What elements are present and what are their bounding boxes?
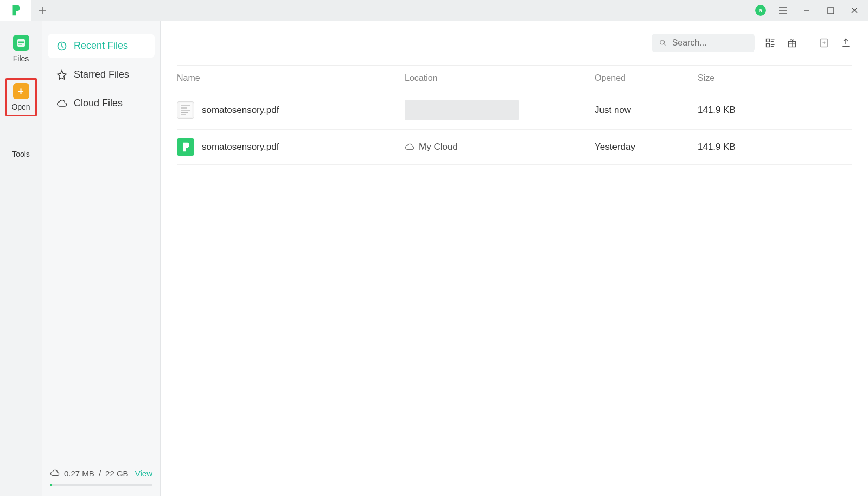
sidebar-item-label: Starred Files xyxy=(74,69,129,80)
file-size: 141.9 KB xyxy=(698,105,852,116)
svg-rect-12 xyxy=(181,105,190,106)
gift-icon xyxy=(787,37,797,48)
file-name: somatosensory.pdf xyxy=(202,142,279,152)
hamburger-menu-button[interactable] xyxy=(776,3,790,17)
storage-sep: / xyxy=(99,469,101,478)
file-location: My Cloud xyxy=(405,142,595,152)
storage-footer: 0.27 MB / 22 GB View xyxy=(42,468,160,486)
view-list-button[interactable] xyxy=(764,37,776,49)
storage-total: 22 GB xyxy=(105,469,129,478)
left-rail: Files + Open Tools xyxy=(0,21,42,496)
svg-rect-14 xyxy=(181,110,190,111)
cloud-pdf-icon xyxy=(177,138,194,156)
new-file-button[interactable] xyxy=(818,37,830,49)
header-location[interactable]: Location xyxy=(405,73,595,83)
titlebar-left xyxy=(0,0,53,21)
search-icon xyxy=(659,39,667,47)
cloud-icon xyxy=(405,142,414,152)
storage-fill xyxy=(50,484,52,486)
clock-icon xyxy=(56,41,67,52)
content: Name Location Opened Size somatosensory.… xyxy=(161,21,868,496)
open-icon: + xyxy=(13,83,29,99)
titlebar: a xyxy=(0,0,868,21)
new-tab-button[interactable] xyxy=(31,0,53,21)
cloud-icon xyxy=(50,468,60,478)
user-avatar[interactable]: a xyxy=(755,5,766,16)
svg-rect-7 xyxy=(767,39,770,42)
svg-rect-0 xyxy=(828,8,834,14)
star-icon xyxy=(56,69,67,80)
sidebar-item-starred[interactable]: Starred Files xyxy=(48,62,155,87)
files-icon xyxy=(13,35,29,51)
close-icon xyxy=(851,7,858,14)
search-input[interactable] xyxy=(672,38,747,48)
location-text: My Cloud xyxy=(419,142,458,152)
app-logo-icon xyxy=(10,4,22,16)
svg-rect-13 xyxy=(181,107,187,109)
titlebar-right: a xyxy=(755,3,868,17)
tools-icon xyxy=(14,131,29,147)
main-layout: Files + Open Tools Recent Files Starred … xyxy=(0,21,868,496)
file-name: somatosensory.pdf xyxy=(202,105,279,116)
pdf-file-icon xyxy=(177,101,194,119)
maximize-icon xyxy=(827,7,834,14)
rail-tools-label: Tools xyxy=(12,150,30,158)
maximize-button[interactable] xyxy=(824,3,838,17)
file-table: Name Location Opened Size somatosensory.… xyxy=(161,65,868,165)
plus-icon xyxy=(38,6,47,15)
rail-open-label: Open xyxy=(11,103,30,111)
rail-files-label: Files xyxy=(13,54,29,63)
svg-rect-15 xyxy=(181,112,188,113)
file-size: 141.9 KB xyxy=(698,142,852,152)
upload-button[interactable] xyxy=(840,37,852,49)
table-header: Name Location Opened Size xyxy=(177,65,852,91)
file-opened: Just now xyxy=(595,105,698,116)
svg-rect-3 xyxy=(18,42,24,43)
svg-rect-8 xyxy=(767,44,770,47)
sidebar-item-recent[interactable]: Recent Files xyxy=(48,34,155,58)
cloud-icon xyxy=(56,98,67,109)
sidebar-item-label: Cloud Files xyxy=(74,98,123,109)
close-button[interactable] xyxy=(847,3,861,17)
toolbar xyxy=(161,21,868,65)
rail-files[interactable]: Files xyxy=(5,31,37,66)
storage-bar xyxy=(50,484,152,486)
header-opened[interactable]: Opened xyxy=(595,73,698,83)
storage-used: 0.27 MB xyxy=(64,469,94,478)
header-size[interactable]: Size xyxy=(698,73,852,83)
new-file-icon xyxy=(819,37,829,48)
gift-button[interactable] xyxy=(786,37,798,49)
header-name[interactable]: Name xyxy=(177,73,405,83)
location-placeholder xyxy=(405,100,519,120)
svg-rect-16 xyxy=(181,114,186,115)
minimize-icon xyxy=(803,7,810,14)
sidebar-item-label: Recent Files xyxy=(74,40,128,52)
rail-tools[interactable]: Tools xyxy=(5,128,37,162)
minimize-button[interactable] xyxy=(800,3,814,17)
toolbar-divider xyxy=(808,37,808,49)
svg-point-6 xyxy=(660,40,665,44)
storage-row: 0.27 MB / 22 GB View xyxy=(50,468,152,478)
hamburger-icon xyxy=(778,7,787,14)
table-row[interactable]: somatosensory.pdf Just now 141.9 KB xyxy=(177,91,852,130)
upload-icon xyxy=(840,37,851,48)
svg-rect-4 xyxy=(18,44,22,45)
file-opened: Yesterday xyxy=(595,142,698,152)
search-box[interactable] xyxy=(652,34,755,52)
svg-rect-2 xyxy=(18,41,24,42)
app-logo-tab[interactable] xyxy=(0,0,31,21)
sidebar-item-cloud[interactable]: Cloud Files xyxy=(48,91,155,116)
sidebar: Recent Files Starred Files Cloud Files 0… xyxy=(42,21,161,496)
rail-open[interactable]: + Open xyxy=(5,78,37,116)
storage-view-link[interactable]: View xyxy=(135,469,152,478)
table-row[interactable]: somatosensory.pdf My Cloud Yesterday 141… xyxy=(177,130,852,165)
list-view-icon xyxy=(765,37,776,48)
